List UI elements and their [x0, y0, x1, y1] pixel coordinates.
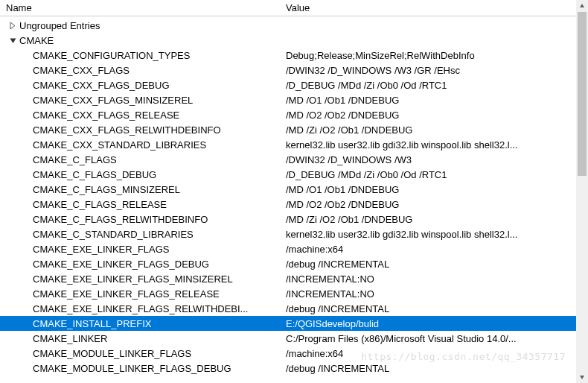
entry-value[interactable]: kernel32.lib user32.lib gdi32.lib winspo…: [283, 139, 588, 151]
table-row[interactable]: CMAKE_C_FLAGS_RELWITHDEBINFO/MD /Zi /O2 …: [0, 212, 588, 227]
cmake-entries: CMAKE_CONFIGURATION_TYPESDebug;Release;M…: [0, 48, 588, 376]
table-row[interactable]: CMAKE_LINKERC:/Program Files (x86)/Micro…: [0, 331, 588, 346]
entry-value[interactable]: C:/Program Files (x86)/Microsoft Visual …: [283, 333, 588, 344]
table-row[interactable]: CMAKE_CONFIGURATION_TYPESDebug;Release;M…: [0, 48, 588, 63]
entry-value[interactable]: /MD /O1 /Ob1 /DNDEBUG: [283, 95, 588, 106]
table-row[interactable]: CMAKE_MODULE_LINKER_FLAGS_DEBUG/debug /I…: [0, 361, 588, 376]
entry-name: CMAKE_C_FLAGS_DEBUG: [0, 169, 283, 180]
table-row[interactable]: CMAKE_CXX_FLAGS_MINSIZEREL/MD /O1 /Ob1 /…: [0, 92, 588, 107]
entry-value[interactable]: /INCREMENTAL:NO: [283, 288, 588, 300]
table-row[interactable]: CMAKE_CXX_FLAGS_RELEASE/MD /O2 /Ob2 /DND…: [0, 107, 588, 122]
entry-value[interactable]: Debug;Release;MinSizeRel;RelWithDebInfo: [283, 50, 588, 61]
table-row[interactable]: CMAKE_C_FLAGS_RELEASE/MD /O2 /Ob2 /DNDEB…: [0, 197, 588, 212]
entry-value[interactable]: /debug /INCREMENTAL: [283, 303, 588, 314]
table-row[interactable]: CMAKE_CXX_FLAGS_RELWITHDEBINFO/MD /Zi /O…: [0, 122, 588, 137]
entry-value[interactable]: /debug /INCREMENTAL: [283, 259, 588, 270]
entry-name: CMAKE_EXE_LINKER_FLAGS_RELWITHDEBI...: [0, 303, 283, 314]
column-header-name[interactable]: Name: [0, 2, 283, 13]
vertical-scrollbar[interactable]: [576, 0, 588, 383]
table-row[interactable]: CMAKE_EXE_LINKER_FLAGS_MINSIZEREL/INCREM…: [0, 271, 588, 286]
entry-value[interactable]: /debug /INCREMENTAL: [283, 363, 588, 374]
entry-value[interactable]: /MD /O1 /Ob1 /DNDEBUG: [283, 184, 588, 195]
entry-value[interactable]: /machine:x64: [283, 244, 588, 255]
entry-name: CMAKE_CXX_FLAGS_DEBUG: [0, 80, 283, 91]
entry-value[interactable]: /D_DEBUG /MDd /Zi /Ob0 /Od /RTC1: [283, 80, 588, 91]
entry-value[interactable]: E:/QGISdevelop/bulid: [283, 318, 588, 329]
entry-name: CMAKE_INSTALL_PREFIX: [0, 318, 283, 329]
entry-value[interactable]: /MD /Zi /O2 /Ob1 /DNDEBUG: [283, 124, 588, 136]
entry-value[interactable]: kernel32.lib user32.lib gdi32.lib winspo…: [283, 229, 588, 240]
entry-name: CMAKE_CXX_FLAGS_RELWITHDEBINFO: [0, 124, 283, 136]
entry-value[interactable]: /machine:x64: [283, 348, 588, 359]
scroll-up-button[interactable]: [576, 0, 588, 12]
entry-name: CMAKE_MODULE_LINKER_FLAGS_DEBUG: [0, 363, 283, 374]
table-row[interactable]: CMAKE_C_FLAGS/DWIN32 /D_WINDOWS /W3: [0, 152, 588, 167]
scroll-track[interactable]: [576, 12, 588, 371]
table-row[interactable]: CMAKE_EXE_LINKER_FLAGS_RELWITHDEBI.../de…: [0, 301, 588, 316]
entry-name: CMAKE_LINKER: [0, 333, 283, 344]
entry-value[interactable]: /INCREMENTAL:NO: [283, 273, 588, 285]
entry-value[interactable]: /MD /O2 /Ob2 /DNDEBUG: [283, 110, 588, 121]
table-row[interactable]: CMAKE_EXE_LINKER_FLAGS_RELEASE/INCREMENT…: [0, 286, 588, 301]
table-row[interactable]: CMAKE_CXX_FLAGS_DEBUG/D_DEBUG /MDd /Zi /…: [0, 77, 588, 92]
group-ungrouped-entries[interactable]: Ungrouped Entries: [0, 18, 588, 33]
entry-name: CMAKE_MODULE_LINKER_FLAGS: [0, 348, 283, 359]
chevron-down-icon: [7, 35, 18, 45]
entry-name: CMAKE_EXE_LINKER_FLAGS_RELEASE: [0, 288, 283, 300]
table-row[interactable]: CMAKE_C_STANDARD_LIBRARIESkernel32.lib u…: [0, 227, 588, 241]
table-row[interactable]: CMAKE_CXX_FLAGS/DWIN32 /D_WINDOWS /W3 /G…: [0, 63, 588, 77]
table-header: Name Value: [0, 0, 588, 16]
column-header-value[interactable]: Value: [283, 2, 588, 13]
entry-value[interactable]: /DWIN32 /D_WINDOWS /W3 /GR /EHsc: [283, 65, 588, 76]
table-row[interactable]: CMAKE_C_FLAGS_DEBUG/D_DEBUG /MDd /Zi /Ob…: [0, 167, 588, 182]
entry-name: CMAKE_CXX_FLAGS_MINSIZEREL: [0, 95, 283, 106]
entry-value[interactable]: /MD /Zi /O2 /Ob1 /DNDEBUG: [283, 214, 588, 225]
entry-name: CMAKE_CXX_FLAGS_RELEASE: [0, 110, 283, 121]
entry-name: CMAKE_EXE_LINKER_FLAGS_MINSIZEREL: [0, 273, 283, 285]
chevron-right-icon: [7, 20, 18, 31]
scroll-thumb[interactable]: [578, 12, 587, 176]
entry-name: CMAKE_C_STANDARD_LIBRARIES: [0, 229, 283, 240]
table-row[interactable]: CMAKE_CXX_STANDARD_LIBRARIESkernel32.lib…: [0, 137, 588, 152]
entry-value[interactable]: /MD /O2 /Ob2 /DNDEBUG: [283, 199, 588, 210]
entry-name: CMAKE_CONFIGURATION_TYPES: [0, 50, 283, 61]
tree-body: Ungrouped Entries CMAKE CMAKE_CONFIGURAT…: [0, 16, 588, 376]
entry-name: CMAKE_C_FLAGS_RELWITHDEBINFO: [0, 214, 283, 225]
scroll-down-button[interactable]: [576, 371, 588, 383]
entry-value[interactable]: /DWIN32 /D_WINDOWS /W3: [283, 154, 588, 165]
entry-value[interactable]: /D_DEBUG /MDd /Zi /Ob0 /Od /RTC1: [283, 169, 588, 180]
table-row[interactable]: CMAKE_C_FLAGS_MINSIZEREL/MD /O1 /Ob1 /DN…: [0, 182, 588, 197]
group-cmake[interactable]: CMAKE: [0, 33, 588, 48]
group-label: Ungrouped Entries: [18, 20, 100, 31]
entry-name: CMAKE_CXX_FLAGS: [0, 65, 283, 76]
entry-name: CMAKE_C_FLAGS_MINSIZEREL: [0, 184, 283, 195]
table-row[interactable]: CMAKE_EXE_LINKER_FLAGS_DEBUG/debug /INCR…: [0, 256, 588, 271]
table-row[interactable]: CMAKE_EXE_LINKER_FLAGS/machine:x64: [0, 241, 588, 256]
table-row[interactable]: CMAKE_INSTALL_PREFIXE:/QGISdevelop/bulid: [0, 316, 588, 331]
entry-name: CMAKE_EXE_LINKER_FLAGS_DEBUG: [0, 259, 283, 270]
group-label: CMAKE: [18, 35, 54, 46]
entry-name: CMAKE_C_FLAGS: [0, 154, 283, 165]
table-row[interactable]: CMAKE_MODULE_LINKER_FLAGS/machine:x64: [0, 346, 588, 361]
entry-name: CMAKE_CXX_STANDARD_LIBRARIES: [0, 139, 283, 151]
entry-name: CMAKE_C_FLAGS_RELEASE: [0, 199, 283, 210]
entry-name: CMAKE_EXE_LINKER_FLAGS: [0, 244, 283, 255]
